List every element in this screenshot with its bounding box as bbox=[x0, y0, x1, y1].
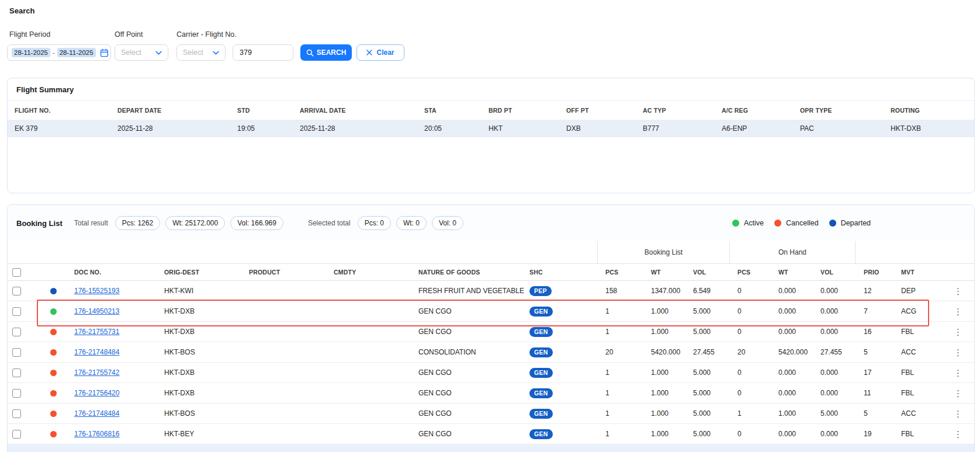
flight-summary-title: Flight Summary bbox=[8, 78, 974, 101]
row-actions-kebab-icon[interactable]: ⋮ bbox=[950, 408, 966, 419]
doc-no-link[interactable]: 176-14950213 bbox=[74, 307, 119, 315]
cell-prio: 16 bbox=[856, 322, 893, 342]
actions-column-header bbox=[942, 264, 974, 280]
calendar-icon[interactable] bbox=[100, 48, 109, 57]
group-header-on-hand: On Hand bbox=[729, 241, 856, 263]
row-checkbox[interactable] bbox=[12, 287, 21, 295]
doc-no-link[interactable]: 176-21756420 bbox=[74, 389, 119, 397]
cell-on_hand_pcs: 0 bbox=[729, 281, 770, 301]
cell-product bbox=[241, 301, 325, 321]
cell-on_hand_wt: 0.000 bbox=[770, 363, 812, 383]
cell-on_hand_pcs: 0 bbox=[729, 424, 770, 444]
legend-item-cancelled: Cancelled bbox=[774, 219, 819, 227]
cell-nature_of_goods: GEN CGO bbox=[410, 383, 521, 403]
cell-cmdty bbox=[325, 404, 410, 423]
cell-on_hand_wt: 0.000 bbox=[770, 424, 812, 444]
flight-no-input[interactable] bbox=[233, 44, 293, 61]
row-checkbox[interactable] bbox=[12, 348, 21, 357]
cell-nature_of_goods: GEN CGO bbox=[410, 363, 521, 383]
off-point-select[interactable]: Select bbox=[115, 44, 168, 61]
cell-product bbox=[241, 281, 325, 301]
shc-badge: GEN bbox=[529, 409, 553, 419]
cell-orig_dest: HKT-BOS bbox=[156, 404, 241, 423]
shc-badge: PEP bbox=[529, 286, 552, 296]
row-checkbox[interactable] bbox=[12, 328, 21, 336]
cell-prio: 12 bbox=[856, 281, 893, 301]
clear-button[interactable]: Clear bbox=[356, 44, 404, 61]
date-range-separator: - bbox=[53, 49, 55, 56]
row-checkbox[interactable] bbox=[12, 368, 21, 377]
selected-total-pills: Pcs: 0Wt: 0Vol: 0 bbox=[358, 216, 463, 230]
cell-on_hand_pcs: 0 bbox=[729, 383, 770, 403]
date-to-value[interactable]: 28-11-2025 bbox=[57, 48, 96, 57]
flight-period-date-range-input[interactable]: 28-11-2025 - 28-11-2025 bbox=[7, 44, 111, 61]
date-from-value[interactable]: 28-11-2025 bbox=[12, 48, 50, 57]
flight-summary-row[interactable]: EK 3792025-11-2819:052025-11-2820:05HKTD… bbox=[8, 120, 974, 137]
cell-wt: 1.000 bbox=[643, 301, 685, 321]
cell-on_hand_wt: 5420.000 bbox=[770, 342, 812, 362]
table-row: 176-21748484HKT-BOSCONSOLIDATIONGEN20542… bbox=[8, 342, 974, 363]
total-pill: Vol: 166.969 bbox=[230, 216, 283, 230]
row-actions-kebab-icon[interactable]: ⋮ bbox=[950, 367, 966, 378]
total-result-pills: Pcs: 1262Wt: 25172.000Vol: 166.969 bbox=[115, 216, 283, 230]
table-row: 176-15525193HKT-KWIFRESH FRUIT AND VEGET… bbox=[8, 281, 974, 301]
flight-summary-column-header: OFF PT bbox=[559, 101, 636, 120]
cell-wt: 1347.000 bbox=[643, 281, 685, 301]
cell-cmdty bbox=[325, 342, 410, 362]
cell-cmdty bbox=[325, 424, 410, 444]
flight-summary-cell: A6-ENP bbox=[715, 120, 793, 137]
cell-on_hand_vol: 0.000 bbox=[812, 363, 856, 383]
close-icon bbox=[366, 50, 372, 55]
row-actions-kebab-icon[interactable]: ⋮ bbox=[950, 286, 966, 297]
total-pill: Pcs: 1262 bbox=[115, 216, 160, 230]
booking-column-header: NATURE OF GOODS bbox=[410, 264, 521, 280]
legend-label: Active bbox=[744, 219, 764, 227]
table-row: 176-21748484HKT-BOSGEN CGOGEN11.0005.000… bbox=[8, 404, 974, 424]
doc-no-link[interactable]: 176-21748484 bbox=[74, 409, 119, 418]
cell-on_hand_wt: 1.000 bbox=[770, 404, 812, 423]
flight-summary-cell: B777 bbox=[636, 120, 715, 137]
row-checkbox[interactable] bbox=[12, 307, 21, 316]
cell-nature_of_goods: GEN CGO bbox=[410, 301, 521, 321]
doc-no-link[interactable]: 176-21748484 bbox=[74, 348, 119, 356]
row-actions-kebab-icon[interactable]: ⋮ bbox=[950, 326, 966, 338]
cell-nature_of_goods: GEN CGO bbox=[410, 404, 521, 423]
flight-summary-column-header: ROUTING bbox=[884, 101, 974, 120]
flight-summary-cell: PAC bbox=[793, 120, 884, 137]
booking-table-body: 176-15525193HKT-KWIFRESH FRUIT AND VEGET… bbox=[8, 281, 974, 444]
cell-prio: 17 bbox=[856, 363, 893, 383]
cell-vol: 5.000 bbox=[685, 301, 729, 321]
carrier-select-placeholder: Select bbox=[183, 48, 203, 57]
cell-on_hand_vol: 0.000 bbox=[812, 301, 856, 321]
cell-pcs: 1 bbox=[597, 404, 643, 423]
shc-badge: GEN bbox=[529, 347, 553, 357]
cell-on_hand_vol: 27.455 bbox=[812, 342, 856, 362]
doc-no-link[interactable]: 176-21755731 bbox=[74, 328, 119, 336]
flight-summary-column-header: A/C REG bbox=[715, 101, 793, 120]
flight-summary-cell: HKT-DXB bbox=[884, 120, 974, 137]
row-actions-kebab-icon[interactable]: ⋮ bbox=[950, 388, 966, 399]
row-actions-kebab-icon[interactable]: ⋮ bbox=[950, 429, 966, 440]
select-all-checkbox[interactable] bbox=[12, 268, 21, 277]
row-actions-kebab-icon[interactable]: ⋮ bbox=[950, 306, 966, 317]
cell-pcs: 20 bbox=[597, 342, 643, 362]
status-dot-active-icon bbox=[732, 220, 739, 227]
row-checkbox[interactable] bbox=[12, 389, 21, 398]
cell-wt: 1.000 bbox=[643, 404, 685, 423]
row-actions-kebab-icon[interactable]: ⋮ bbox=[950, 347, 966, 358]
flight-summary-column-header: STD bbox=[230, 101, 293, 120]
doc-no-link[interactable]: 176-15525193 bbox=[74, 287, 119, 295]
carrier-select[interactable]: Select bbox=[176, 44, 226, 61]
row-checkbox[interactable] bbox=[12, 409, 21, 418]
row-checkbox[interactable] bbox=[12, 430, 21, 439]
shc-badge: GEN bbox=[529, 368, 553, 378]
doc-no-link[interactable]: 176-17606816 bbox=[74, 430, 119, 438]
shc-badge: GEN bbox=[529, 327, 553, 337]
cell-pcs: 1 bbox=[597, 363, 643, 383]
search-button[interactable]: SEARCH bbox=[300, 44, 352, 61]
group-header-spacer bbox=[856, 241, 974, 263]
doc-no-link[interactable]: 176-21755742 bbox=[74, 368, 119, 377]
selected-total-label: Selected total bbox=[308, 219, 351, 227]
flight-summary-column-header: OPR TYPE bbox=[793, 101, 884, 120]
flight-summary-cell: 19:05 bbox=[230, 120, 293, 137]
